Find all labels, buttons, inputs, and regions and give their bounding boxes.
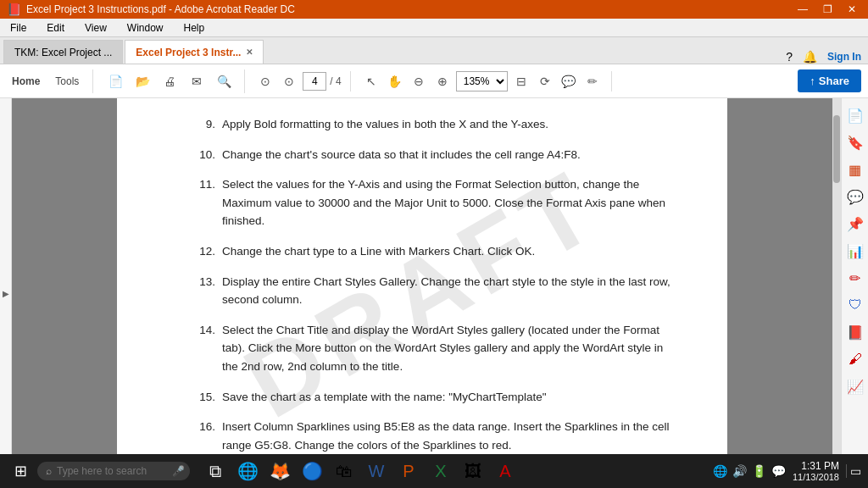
firefox-app[interactable]: 🦊 xyxy=(264,456,295,486)
volume-icon[interactable]: 🔊 xyxy=(732,464,747,478)
taskbar-apps: ⧉ 🌐 🦊 🔵 🛍 W P X 🖼 A xyxy=(200,456,520,486)
taskbar-search-bar[interactable]: ⌕ 🎤 xyxy=(37,462,190,480)
taskbar-search-input[interactable] xyxy=(57,465,167,477)
shield-icon[interactable]: 🛡 xyxy=(843,293,867,317)
layers-icon[interactable]: ▦ xyxy=(843,158,867,181)
tab-excel-label: Excel Project 3 Instr... xyxy=(136,47,241,58)
brush-icon[interactable]: 🖌 xyxy=(843,347,867,371)
clock: 1:31 PM 11/13/2018 xyxy=(793,460,839,482)
prev-page-button[interactable]: ⊙ xyxy=(255,71,275,92)
powerpoint-app[interactable]: P xyxy=(393,456,424,486)
share-button[interactable]: ↑ Share xyxy=(798,69,861,92)
search-icon[interactable]: 🔍 xyxy=(212,69,236,93)
item-number: 12. xyxy=(185,242,215,261)
network-icon[interactable]: 🌐 xyxy=(713,464,727,478)
home-nav-button[interactable]: Home xyxy=(7,69,45,93)
xls-icon[interactable]: 📈 xyxy=(843,374,867,398)
list-item: 15. Save the chart as a template with th… xyxy=(185,388,676,407)
tab-excel-project[interactable]: Excel Project 3 Instr... ✕ xyxy=(125,40,264,64)
new-doc-icon[interactable]: 📄 xyxy=(103,69,127,93)
print-icon[interactable]: 🖨 xyxy=(158,69,181,93)
tab-bar: TKM: Excel Project ... Excel Project 3 I… xyxy=(0,37,868,64)
bookmark-icon[interactable]: 🔖 xyxy=(843,130,867,154)
system-tray: 🌐 🔊 🔋 💬 xyxy=(713,464,786,478)
menu-edit[interactable]: Edit xyxy=(43,20,68,36)
start-button[interactable]: ⊞ xyxy=(7,458,34,485)
zoom-out-button[interactable]: ⊖ xyxy=(409,71,429,92)
bell-icon[interactable]: 🔔 xyxy=(803,50,817,64)
item-body: Change the chart type to a Line with Mar… xyxy=(222,242,676,261)
tab-close-button[interactable]: ✕ xyxy=(246,47,253,57)
ie-app[interactable]: 🔵 xyxy=(297,456,327,486)
excel-icon[interactable]: 📊 xyxy=(843,239,867,263)
list-item: 10. Change the chart's source data so th… xyxy=(185,146,676,164)
zoom-select[interactable]: 135% 100% 75% 150% xyxy=(456,71,508,92)
battery-icon[interactable]: 🔋 xyxy=(752,464,766,478)
pdf-page: DRAFT 9. Apply Bold formatting to the va… xyxy=(117,98,727,488)
store-app[interactable]: 🛍 xyxy=(329,456,359,486)
show-desktop-button[interactable]: ▭ xyxy=(846,464,861,478)
item-body: Change the chart's source data so that i… xyxy=(222,146,676,164)
excel-app[interactable]: X xyxy=(426,456,456,486)
restore-button[interactable]: ❐ xyxy=(818,3,837,15)
close-button[interactable]: ✕ xyxy=(843,3,861,15)
pdf-icon[interactable]: 📕 xyxy=(843,320,867,344)
item-number: 15. xyxy=(185,388,215,407)
annotate-icon[interactable]: 💬 xyxy=(559,71,579,92)
item-body: Display the entire Chart Styles Gallery.… xyxy=(222,273,676,309)
menu-view[interactable]: View xyxy=(81,20,110,36)
list-item: 13. Display the entire Chart Styles Gall… xyxy=(185,273,676,309)
mic-icon: 🎤 xyxy=(172,465,185,477)
item-number: 14. xyxy=(185,321,215,376)
tools-nav-button[interactable]: Tools xyxy=(50,69,84,93)
pdf-text-content: 9. Apply Bold formatting to the values i… xyxy=(185,115,676,485)
item-body: Apply Bold formatting to the values in b… xyxy=(222,115,676,134)
acrobat-app[interactable]: A xyxy=(490,456,520,486)
edit-red-icon[interactable]: ✏ xyxy=(843,266,867,290)
toolbar: Home Tools 📄 📂 🖨 ✉ 🔍 ⊙ ⊙ 4 / 4 ↖ ✋ ⊖ ⊕ 1… xyxy=(0,64,868,98)
page-separator: / 4 xyxy=(330,75,341,87)
document-icon[interactable]: 📄 xyxy=(843,103,867,127)
pdf-content: DRAFT 9. Apply Bold formatting to the va… xyxy=(12,98,832,488)
menu-window[interactable]: Window xyxy=(124,20,167,36)
item-number: 10. xyxy=(185,146,215,164)
menu-help[interactable]: Help xyxy=(181,20,209,36)
scroll-thumb[interactable] xyxy=(833,115,840,183)
word-app[interactable]: W xyxy=(361,456,392,486)
open-icon[interactable]: 📂 xyxy=(131,69,154,93)
draw-icon[interactable]: ✏ xyxy=(582,71,603,92)
taskview-button[interactable]: ⧉ xyxy=(200,456,231,486)
rotate-icon[interactable]: ⟳ xyxy=(535,71,555,92)
photos-app[interactable]: 🖼 xyxy=(458,456,488,486)
time-display: 1:31 PM xyxy=(793,460,839,472)
minimize-button[interactable]: — xyxy=(793,3,813,15)
menu-file[interactable]: File xyxy=(7,20,30,36)
title-bar: 📕 Excel Project 3 Instructions.pdf - Ado… xyxy=(0,0,868,19)
taskbar-right: 🌐 🔊 🔋 💬 1:31 PM 11/13/2018 ▭ xyxy=(713,460,861,482)
share-icon: ↑ xyxy=(810,75,815,87)
left-collapse-button[interactable]: ▶ xyxy=(0,98,12,488)
cursor-tool[interactable]: ↖ xyxy=(361,71,381,92)
menu-bar: File Edit View Window Help xyxy=(0,19,868,37)
list-item: 11. Select the values for the Y-Axis and… xyxy=(185,175,676,230)
notification-icon[interactable]: 💬 xyxy=(771,464,786,478)
sign-in-button[interactable]: Sign In xyxy=(827,51,861,63)
help-icon[interactable]: ? xyxy=(786,50,793,64)
tab-tkm-label: TKM: Excel Project ... xyxy=(14,47,112,58)
next-page-button[interactable]: ⊙ xyxy=(279,71,299,92)
tab-tkm[interactable]: TKM: Excel Project ... xyxy=(3,40,123,64)
list-item: 9. Apply Bold formatting to the values i… xyxy=(185,115,676,134)
page-number-input[interactable]: 4 xyxy=(303,72,326,91)
item-body: Select the Chart Title and display the W… xyxy=(222,321,676,376)
fit-page-button[interactable]: ⊟ xyxy=(511,71,531,92)
chat-icon[interactable]: 💬 xyxy=(843,185,867,208)
main-area: ▶ DRAFT 9. Apply Bold formatting to the … xyxy=(0,98,868,488)
app-icon: 📕 xyxy=(7,3,21,16)
scrollbar[interactable] xyxy=(832,98,841,488)
edge-app[interactable]: 🌐 xyxy=(232,456,263,486)
hand-tool[interactable]: ✋ xyxy=(385,71,405,92)
window-title: Excel Project 3 Instructions.pdf - Adobe… xyxy=(26,3,295,15)
collaborate-icon[interactable]: 📌 xyxy=(843,212,867,236)
zoom-in-button[interactable]: ⊕ xyxy=(432,71,453,92)
email-icon[interactable]: ✉ xyxy=(185,69,209,93)
